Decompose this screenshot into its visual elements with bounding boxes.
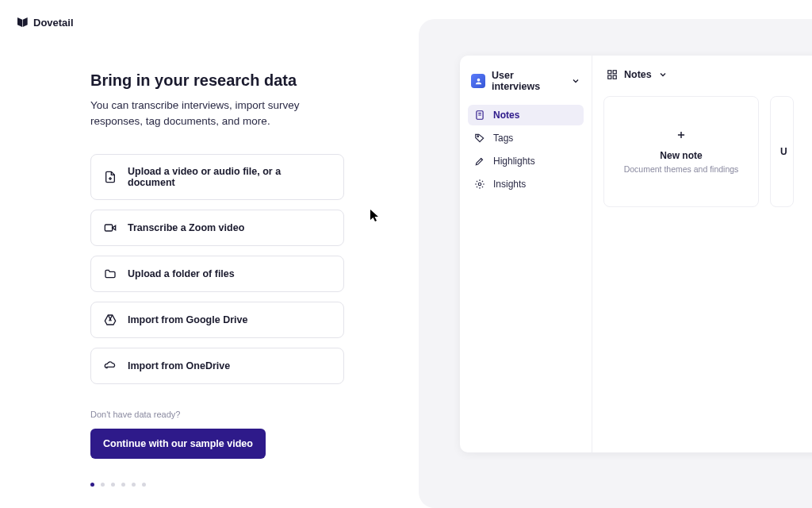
sidebar-item-highlights[interactable]: Highlights (468, 151, 584, 171)
notes-grid: New note Document themes and findings U (603, 96, 812, 207)
dovetail-logo-icon (16, 16, 29, 29)
hint-text: Don't have data ready? (90, 410, 344, 419)
project-selector[interactable]: User interviews (468, 67, 584, 95)
option-label: Import from Google Drive (128, 314, 247, 325)
option-label: Transcribe a Zoom video (128, 222, 244, 233)
video-icon (104, 221, 117, 234)
preview-sidebar: User interviews Notes Tags Highlights (460, 56, 592, 452)
option-google-drive[interactable]: Import from Google Drive (90, 302, 344, 338)
svg-rect-2 (105, 225, 112, 231)
grid-icon (607, 69, 618, 80)
page-dot[interactable] (111, 483, 115, 487)
page-dot[interactable] (101, 483, 105, 487)
sidebar-item-tags[interactable]: Tags (468, 128, 584, 148)
view-selector-label: Notes (624, 69, 652, 80)
sidebar-item-label: Tags (493, 133, 513, 144)
svg-rect-24 (613, 75, 616, 79)
sidebar-item-label: Insights (493, 179, 526, 190)
project-name: User interviews (492, 70, 565, 92)
page-dot[interactable] (132, 483, 136, 487)
page-subtitle: You can transcribe interviews, import su… (90, 98, 344, 130)
page-title: Bring in your research data (90, 71, 344, 90)
option-label: Upload a folder of files (128, 268, 235, 279)
page-dot[interactable] (142, 483, 146, 487)
svg-rect-22 (613, 71, 616, 74)
sidebar-item-notes[interactable]: Notes (468, 105, 584, 125)
option-transcribe-zoom[interactable]: Transcribe a Zoom video (90, 210, 344, 246)
brand-name: Dovetail (33, 17, 74, 29)
project-avatar-icon (471, 74, 485, 88)
page-dot[interactable] (90, 483, 94, 487)
option-label: Import from OneDrive (128, 360, 230, 371)
chevron-down-icon (658, 70, 668, 79)
new-note-title: New note (660, 150, 702, 161)
file-icon (104, 171, 117, 183)
preview-main: Notes New note Document themes and findi… (592, 56, 812, 452)
insight-icon (474, 179, 485, 190)
google-drive-icon (104, 314, 117, 326)
sidebar-item-label: Highlights (493, 156, 535, 167)
new-note-card[interactable]: New note Document themes and findings (603, 96, 759, 207)
onedrive-icon (104, 360, 117, 372)
continue-sample-button[interactable]: Continue with our sample video (90, 429, 266, 459)
page-dot[interactable] (121, 483, 125, 487)
svg-line-20 (482, 181, 483, 182)
option-onedrive[interactable]: Import from OneDrive (90, 348, 344, 384)
new-note-subtitle: Document themes and findings (624, 164, 739, 174)
view-selector[interactable]: Notes (603, 67, 671, 83)
svg-rect-23 (608, 75, 611, 79)
chevron-down-icon (571, 76, 580, 86)
svg-rect-21 (608, 71, 611, 74)
onboarding-panel: Bring in your research data You can tran… (90, 71, 344, 487)
svg-line-18 (482, 187, 483, 187)
svg-point-12 (478, 183, 481, 186)
sidebar-item-label: Notes (493, 110, 519, 121)
option-label: Upload a video or audio file, or a docum… (128, 166, 331, 188)
option-upload-folder[interactable]: Upload a folder of files (90, 256, 344, 292)
highlight-icon (474, 156, 485, 167)
svg-point-7 (477, 78, 480, 81)
svg-line-17 (477, 181, 477, 182)
brand-logo: Dovetail (16, 16, 74, 29)
svg-line-19 (477, 187, 477, 187)
note-card-peek[interactable]: U (770, 96, 794, 207)
preview-window: User interviews Notes Tags Highlights (460, 56, 812, 452)
note-icon (474, 110, 485, 121)
tag-icon (474, 133, 485, 144)
folder-icon (104, 267, 117, 280)
mouse-cursor-icon (370, 210, 380, 222)
sidebar-item-insights[interactable]: Insights (468, 174, 584, 194)
pagination-dots (90, 483, 344, 487)
option-upload-file[interactable]: Upload a video or audio file, or a docum… (90, 154, 344, 200)
plus-icon (676, 129, 687, 140)
svg-point-11 (477, 136, 479, 137)
note-card-peek-text: U (780, 146, 787, 157)
